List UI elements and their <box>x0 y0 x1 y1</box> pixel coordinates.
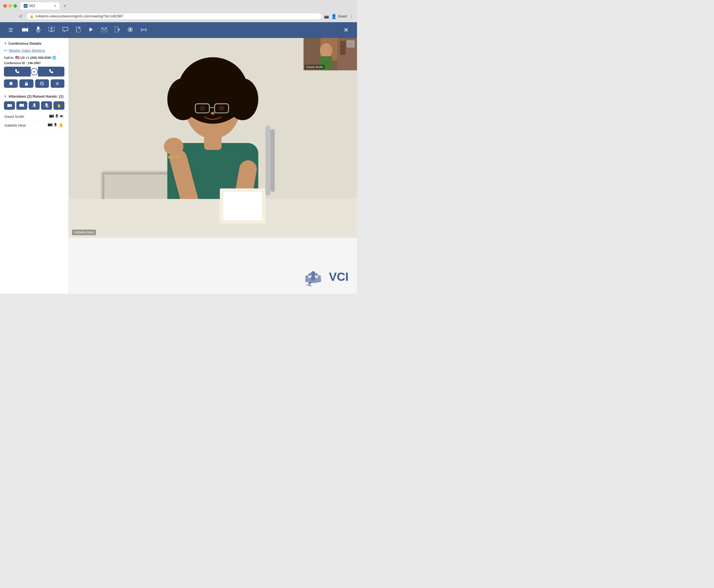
all-video-off-button[interactable] <box>16 101 27 110</box>
camera-icon: 📷 <box>324 14 329 19</box>
settings-button[interactable] <box>51 79 64 88</box>
lock-button[interactable] <box>19 79 33 88</box>
svg-point-15 <box>143 29 144 30</box>
svg-rect-75 <box>168 155 180 159</box>
all-mic-off-button[interactable] <box>41 101 52 110</box>
isabella-mic-icon[interactable] <box>54 123 57 128</box>
ban-button[interactable] <box>35 79 49 88</box>
svg-point-45 <box>323 46 330 54</box>
audio-call-button[interactable] <box>4 67 31 77</box>
reload-button[interactable]: ↺ <box>17 14 24 19</box>
or-badge: or <box>31 68 38 76</box>
signin-button[interactable] <box>111 24 124 36</box>
attendee-controls: ✋ <box>4 101 64 110</box>
callin-info: Call In: 🇺🇸 US +1 (206) 928-9280 🌐 Confe… <box>4 55 64 66</box>
browser-menu-icon[interactable]: ⋮ <box>349 14 354 19</box>
guest-menu[interactable]: 👤 Guest <box>331 14 347 19</box>
screen-share-button[interactable] <box>44 25 59 36</box>
david-video-icon[interactable] <box>49 114 54 119</box>
svg-point-84 <box>305 275 309 278</box>
conference-details-header[interactable]: ▼ Conference Details <box>4 41 64 46</box>
meeting-title[interactable]: Weekly Sales Meeting <box>9 48 45 52</box>
vci-logo-icon <box>302 266 324 288</box>
svg-rect-30 <box>49 115 52 118</box>
call-controls: or <box>4 67 64 77</box>
forward-button[interactable]: › <box>10 14 15 19</box>
svg-point-64 <box>190 63 208 83</box>
svg-rect-80 <box>271 129 275 192</box>
main-content: ▼ Conference Details ✏ Weekly Sales Meet… <box>0 38 357 294</box>
more-options-button[interactable]: ··· <box>346 40 355 47</box>
menu-button[interactable]: ☰ <box>4 25 17 36</box>
svg-rect-20 <box>7 104 10 107</box>
record-button[interactable] <box>124 25 137 36</box>
video-button[interactable] <box>18 25 32 36</box>
isabella-video-icon[interactable] <box>48 123 52 127</box>
back-button[interactable]: ‹ <box>3 14 8 19</box>
tab-label: VCI <box>29 4 35 8</box>
fullscreen-traffic-light[interactable] <box>14 4 17 7</box>
svg-rect-42 <box>340 41 346 55</box>
tab-favicon: V <box>24 4 27 8</box>
svg-point-89 <box>315 273 318 276</box>
attendee-name-david: David Smith <box>4 114 49 119</box>
guest-avatar-icon: 👤 <box>331 14 337 19</box>
svg-rect-25 <box>34 103 35 106</box>
svg-point-65 <box>218 63 235 83</box>
all-video-on-button[interactable] <box>4 101 15 110</box>
svg-rect-79 <box>265 125 271 195</box>
svg-marker-9 <box>89 27 93 31</box>
close-button[interactable]: ✕ <box>340 24 353 36</box>
mail-button[interactable] <box>97 25 111 36</box>
david-volume-icon[interactable] <box>60 114 64 119</box>
conference-details-label: Conference Details <box>8 41 42 46</box>
svg-marker-36 <box>51 123 52 127</box>
new-tab-button[interactable]: + <box>62 3 68 8</box>
broadcast-button[interactable] <box>137 25 151 36</box>
svg-point-88 <box>308 273 311 276</box>
quick-actions <box>4 79 64 88</box>
conference-details-section: ▼ Conference Details ✏ Weekly Sales Meet… <box>0 38 68 91</box>
traffic-lights <box>3 4 17 7</box>
svg-rect-37 <box>55 123 56 125</box>
svg-point-71 <box>211 112 215 114</box>
raise-hand-button[interactable]: ✋ <box>54 101 64 110</box>
callin-label: Call In: 🇺🇸 US +1 (206) 928-9280 🌐 <box>4 56 56 59</box>
all-mic-on-button[interactable] <box>29 101 40 110</box>
phone-call-button[interactable] <box>38 67 65 77</box>
svg-point-70 <box>219 105 225 111</box>
svg-marker-21 <box>10 104 12 107</box>
microphone-button[interactable] <box>32 24 44 36</box>
address-bar[interactable]: 🔒 m4demo.videoconferencinginfo.com/meeti… <box>26 13 322 20</box>
isabella-hand-icon[interactable]: ✋ <box>59 123 64 128</box>
svg-rect-16 <box>25 83 28 86</box>
attendees-chevron-icon: ▼ <box>4 95 7 98</box>
play-button[interactable] <box>84 25 97 36</box>
svg-marker-31 <box>52 114 54 118</box>
vci-branding: VCI <box>302 266 349 288</box>
svg-line-18 <box>41 82 43 85</box>
bell-button[interactable] <box>4 79 18 88</box>
conference-title-row: ✏ Weekly Sales Meeting <box>4 48 64 52</box>
minimize-traffic-light[interactable] <box>8 4 12 7</box>
documents-button[interactable] <box>72 24 84 36</box>
david-mic-icon[interactable] <box>56 114 58 119</box>
svg-marker-34 <box>60 114 62 118</box>
attendee-icons-isabella: ✋ <box>48 123 64 128</box>
attendees-section: ▼ Attendees (2) Raised Hands: (1) <box>0 91 68 132</box>
attendees-header[interactable]: ▼ Attendees (2) Raised Hands: (1) <box>4 94 64 99</box>
url-text: m4demo.videoconferencinginfo.com/meeting… <box>36 14 123 18</box>
browser-addressbar: ‹ › ↺ 🔒 m4demo.videoconferencinginfo.com… <box>0 12 357 22</box>
close-traffic-light[interactable] <box>3 4 7 7</box>
conference-id-value: 146-2987 <box>27 61 41 65</box>
browser-tab[interactable]: V VCI ✕ <box>20 2 60 9</box>
svg-rect-32 <box>56 114 58 117</box>
chat-button[interactable] <box>59 25 72 36</box>
svg-rect-11 <box>115 27 118 33</box>
attendee-name-isabella: Isabella Heal <box>4 123 48 127</box>
main-toolbar: ☰ ✕ <box>0 22 357 38</box>
svg-marker-1 <box>26 27 28 32</box>
conference-id-label: Conference ID : 146-2987 <box>4 61 41 65</box>
svg-point-19 <box>57 83 58 84</box>
tab-close-button[interactable]: ✕ <box>54 4 56 8</box>
